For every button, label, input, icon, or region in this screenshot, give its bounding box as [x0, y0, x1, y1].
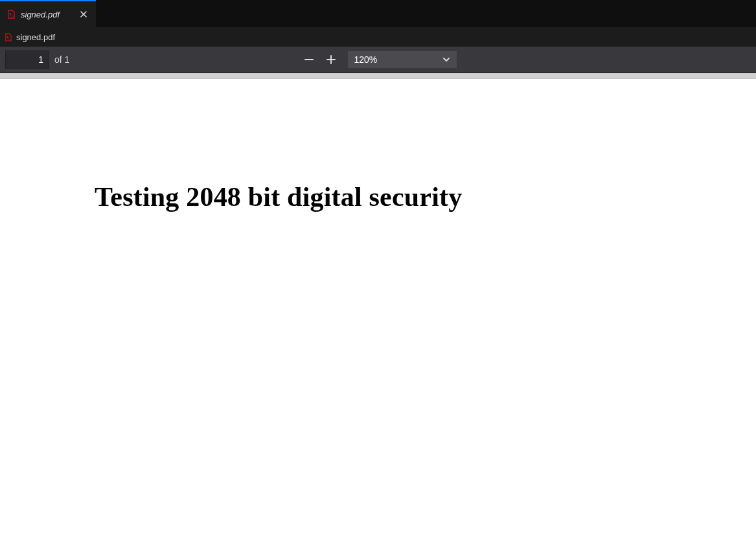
zoom-out-button[interactable]	[299, 50, 319, 69]
tab-bar: signed.pdf	[0, 0, 756, 27]
file-bar: signed.pdf	[0, 27, 756, 47]
tab-title: signed.pdf	[21, 10, 60, 19]
page-navigation: of 1	[5, 51, 69, 69]
file-name: signed.pdf	[16, 32, 55, 42]
zoom-level-select[interactable]: 120%	[347, 51, 457, 69]
zoom-level-value: 120%	[354, 54, 378, 65]
close-tab-button[interactable]	[78, 8, 89, 20]
page-total-label: of 1	[54, 54, 69, 65]
zoom-controls: 120%	[299, 50, 457, 69]
page-number-input[interactable]	[5, 51, 49, 69]
document-viewport[interactable]: Testing 2048 bit digital security	[0, 79, 756, 544]
zoom-in-button[interactable]	[321, 50, 341, 69]
pdf-app-icon	[4, 33, 12, 41]
chevron-down-icon	[442, 56, 450, 63]
toolbar: of 1 120%	[0, 47, 756, 73]
tab-signed-pdf[interactable]: signed.pdf	[0, 0, 96, 27]
document-heading: Testing 2048 bit digital security	[95, 181, 462, 212]
pdf-app-icon	[6, 10, 16, 19]
toolbar-separator	[0, 73, 756, 79]
